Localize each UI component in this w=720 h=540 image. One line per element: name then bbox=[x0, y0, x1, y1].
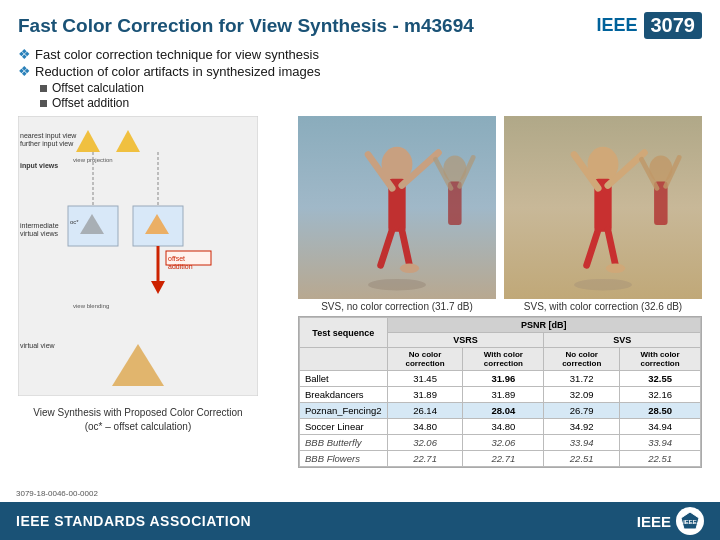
svs-no-cell: 34.92 bbox=[544, 419, 620, 435]
vsrs-with-cell: 32.06 bbox=[463, 435, 544, 451]
svs-with-cell: 22.51 bbox=[620, 451, 701, 467]
image-2-caption: SVS, with color correction (32.6 dB) bbox=[504, 301, 702, 312]
svg-text:addition: addition bbox=[168, 263, 193, 270]
col-svs-no: No color correction bbox=[544, 348, 620, 371]
doc-id: 3079-18-0046-00-0002 bbox=[16, 489, 98, 498]
svg-text:intermediate: intermediate bbox=[20, 222, 59, 229]
results-table-wrapper: Test sequence PSNR [dB] VSRS SVS No colo… bbox=[298, 316, 702, 468]
bullet-1: ❖ Fast color correction technique for vi… bbox=[18, 47, 702, 62]
sub-bullets: Offset calculation Offset addition bbox=[40, 81, 702, 110]
slide: Fast Color Correction for View Synthesis… bbox=[0, 0, 720, 540]
ieee-label: IEEE bbox=[596, 15, 637, 36]
vsrs-no-cell: 34.80 bbox=[387, 419, 463, 435]
vsrs-with-cell: 31.96 bbox=[463, 371, 544, 387]
svs-no-cell: 32.09 bbox=[544, 387, 620, 403]
footer: IEEE STANDARDS ASSOCIATION IEEE IEEE bbox=[0, 502, 720, 540]
vsrs-with-cell: 28.04 bbox=[463, 403, 544, 419]
svg-text:input views: input views bbox=[20, 162, 58, 170]
ieee-number: 3079 bbox=[644, 12, 703, 39]
svs-with-cell: 32.55 bbox=[620, 371, 701, 387]
svs-no-cell: 22.51 bbox=[544, 451, 620, 467]
square-icon-2 bbox=[40, 100, 47, 107]
svg-text:oc*: oc* bbox=[70, 219, 79, 225]
vsrs-no-cell: 31.45 bbox=[387, 371, 463, 387]
vsrs-no-cell: 32.06 bbox=[387, 435, 463, 451]
image-2-container: SVS, with color correction (32.6 dB) bbox=[504, 116, 702, 312]
svg-point-31 bbox=[400, 263, 419, 273]
svg-point-45 bbox=[574, 279, 632, 291]
col-vsrs-header: VSRS bbox=[387, 333, 544, 348]
svs-with-cell: 34.94 bbox=[620, 419, 701, 435]
footer-badge: IEEE bbox=[676, 507, 704, 535]
bullet-2: ❖ Reduction of color artifacts in synthe… bbox=[18, 64, 702, 79]
col-test-sequence: Test sequence bbox=[300, 318, 388, 348]
svs-no-cell: 31.72 bbox=[544, 371, 620, 387]
footer-ieee-label: IEEE bbox=[637, 513, 671, 530]
sub-bullet-2: Offset addition bbox=[40, 96, 702, 110]
bullets-section: ❖ Fast color correction technique for vi… bbox=[18, 47, 702, 110]
sub-bullet-1: Offset calculation bbox=[40, 81, 702, 95]
svs-with-cell: 28.50 bbox=[620, 403, 701, 419]
col-empty bbox=[300, 348, 388, 371]
results-table: Test sequence PSNR [dB] VSRS SVS No colo… bbox=[299, 317, 701, 467]
footer-label: IEEE STANDARDS ASSOCIATION bbox=[16, 513, 251, 529]
seq-cell: Ballet bbox=[300, 371, 388, 387]
image-no-correction bbox=[298, 116, 496, 299]
header: Fast Color Correction for View Synthesis… bbox=[18, 12, 702, 39]
col-vsrs-no: No color correction bbox=[387, 348, 463, 371]
square-icon-1 bbox=[40, 85, 47, 92]
table-row: BBB Flowers22.7122.7122.5122.51 bbox=[300, 451, 701, 467]
svg-text:virtual views: virtual views bbox=[20, 230, 59, 237]
image-1-container: SVS, no color correction (31.7 dB) bbox=[298, 116, 496, 312]
vsrs-with-cell: 31.89 bbox=[463, 387, 544, 403]
ieee-logo: IEEE 3079 bbox=[596, 12, 702, 39]
table-row: Poznan_Fencing226.1428.0426.7928.50 bbox=[300, 403, 701, 419]
vsrs-no-cell: 31.89 bbox=[387, 387, 463, 403]
seq-cell: BBB Butterfly bbox=[300, 435, 388, 451]
table-row: Ballet31.4531.9631.7232.55 bbox=[300, 371, 701, 387]
vsrs-with-cell: 22.71 bbox=[463, 451, 544, 467]
diamond-icon-1: ❖ bbox=[18, 46, 31, 62]
images-row: SVS, no color correction (31.7 dB) bbox=[298, 116, 702, 312]
col-vsrs-with: With color correction bbox=[463, 348, 544, 371]
table-row: Breakdancers31.8931.8932.0932.16 bbox=[300, 387, 701, 403]
svg-text:virtual view: virtual view bbox=[20, 342, 56, 349]
svg-text:offset: offset bbox=[168, 255, 185, 262]
svs-no-cell: 26.79 bbox=[544, 403, 620, 419]
seq-cell: Poznan_Fencing2 bbox=[300, 403, 388, 419]
right-area: SVS, no color correction (31.7 dB) bbox=[298, 116, 702, 476]
seq-cell: Breakdancers bbox=[300, 387, 388, 403]
svg-point-44 bbox=[606, 263, 625, 273]
col-svs-header: SVS bbox=[544, 333, 701, 348]
diamond-icon-2: ❖ bbox=[18, 63, 31, 79]
col-psnr-header: PSNR [dB] bbox=[387, 318, 700, 333]
seq-cell: Soccer Linear bbox=[300, 419, 388, 435]
table-row: Soccer Linear34.8034.8034.9234.94 bbox=[300, 419, 701, 435]
svg-text:IEEE: IEEE bbox=[683, 519, 697, 525]
svs-no-cell: 33.94 bbox=[544, 435, 620, 451]
main-content: nearest input view further input view in… bbox=[18, 116, 702, 476]
svg-text:further input view: further input view bbox=[20, 140, 74, 148]
left-area: nearest input view further input view in… bbox=[18, 116, 288, 476]
seq-cell: BBB Flowers bbox=[300, 451, 388, 467]
svs-with-cell: 33.94 bbox=[620, 435, 701, 451]
vsrs-no-cell: 26.14 bbox=[387, 403, 463, 419]
image-1-caption: SVS, no color correction (31.7 dB) bbox=[298, 301, 496, 312]
diagram-svg: nearest input view further input view in… bbox=[18, 116, 258, 396]
footer-logo-area: IEEE IEEE bbox=[637, 507, 704, 535]
svg-point-32 bbox=[368, 279, 426, 291]
page-title: Fast Color Correction for View Synthesis… bbox=[18, 15, 474, 37]
vsrs-no-cell: 22.71 bbox=[387, 451, 463, 467]
image-with-correction bbox=[504, 116, 702, 299]
vsrs-with-cell: 34.80 bbox=[463, 419, 544, 435]
svs-with-cell: 32.16 bbox=[620, 387, 701, 403]
col-svs-with: With color correction bbox=[620, 348, 701, 371]
svg-text:view blending: view blending bbox=[73, 303, 109, 309]
svg-text:nearest input view: nearest input view bbox=[20, 132, 77, 140]
table-row: BBB Butterfly32.0632.0633.9433.94 bbox=[300, 435, 701, 451]
diagram-caption: View Synthesis with Proposed Color Corre… bbox=[18, 406, 258, 434]
